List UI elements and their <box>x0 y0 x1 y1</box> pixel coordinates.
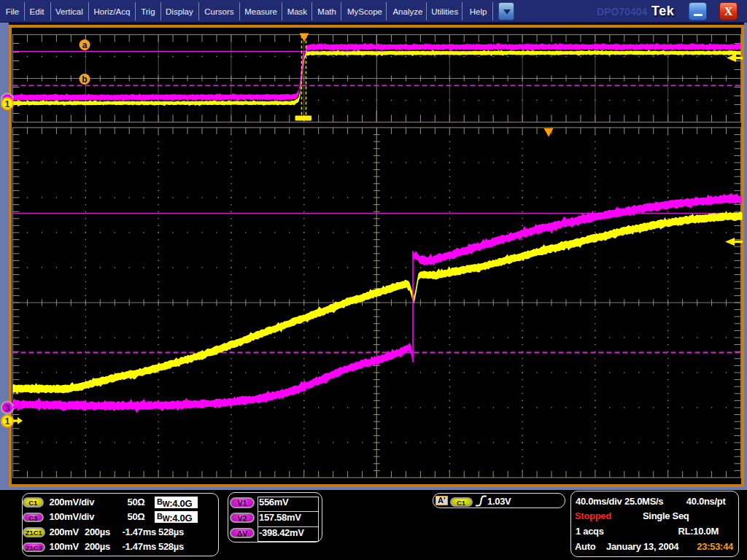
svg-text:1: 1 <box>5 99 10 109</box>
svg-text:3: 3 <box>5 403 10 413</box>
svg-text:1: 1 <box>5 416 10 427</box>
svg-text:b: b <box>82 74 87 85</box>
svg-text:a: a <box>82 40 88 50</box>
